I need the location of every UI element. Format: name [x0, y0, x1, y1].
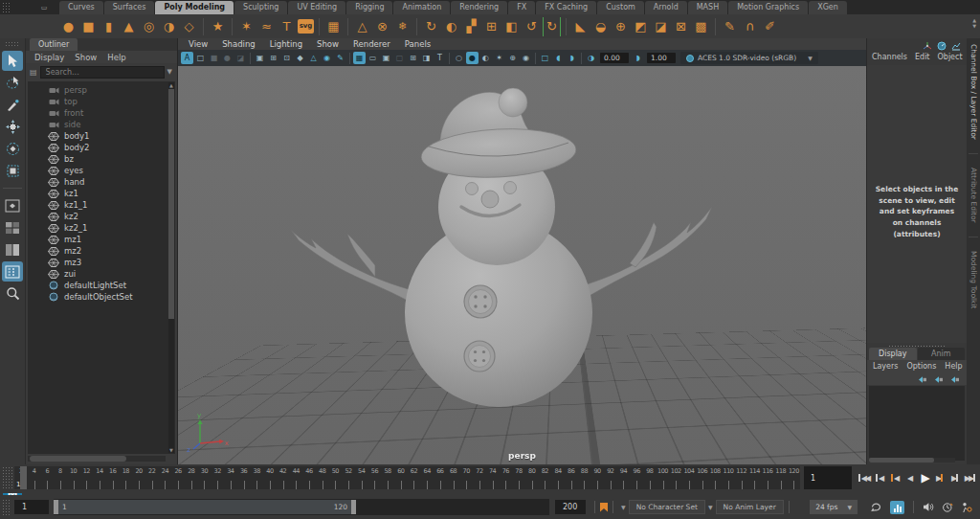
frame-tick-30[interactable]: 30	[198, 466, 212, 489]
step-forward-frame-button[interactable]: ▶	[947, 467, 963, 488]
chevron-down-icon[interactable]: ▼	[708, 504, 713, 510]
frame-tick-60[interactable]: 60	[394, 466, 408, 489]
shelf-tab-sculpting[interactable]: Sculpting	[234, 1, 287, 14]
gamma-field[interactable]: 1.00	[647, 53, 676, 63]
frame-tick-12[interactable]: 12	[79, 466, 93, 489]
single-pane-layout[interactable]	[2, 195, 23, 215]
bevel-icon[interactable]: ◣	[571, 17, 590, 36]
textured-icon[interactable]: ◐	[479, 52, 492, 64]
shelf-tab-custom[interactable]: Custom	[597, 1, 644, 14]
lasso-tool[interactable]	[2, 73, 23, 93]
shelf-tab-fx[interactable]: FX	[508, 1, 535, 14]
frame-tick-94[interactable]: 94	[617, 466, 631, 489]
gamma-icon[interactable]: ◗	[632, 52, 644, 64]
outliner-item-eyes[interactable]: eyes	[28, 165, 175, 176]
frame-tick-10[interactable]: 10	[67, 466, 80, 489]
anim-layer-dropdown[interactable]: No Anim Layer	[716, 500, 784, 514]
cached-playback-icon[interactable]	[942, 502, 953, 513]
shelf-tab-arnold[interactable]: Arnold	[645, 1, 687, 14]
safe-title-icon[interactable]: T	[434, 52, 446, 64]
frame-tick-16[interactable]: 16	[106, 466, 120, 489]
channel-box-menu-object[interactable]: Object	[938, 53, 963, 61]
camera-attributes-icon[interactable]: ▣	[254, 52, 266, 64]
frame-tick-18[interactable]: 18	[120, 466, 133, 489]
quick-draw-icon[interactable]: ✐	[761, 17, 779, 36]
filter-icon[interactable]: ▤	[28, 68, 37, 77]
frame-tick-64[interactable]: 64	[420, 466, 434, 489]
channel-box-menu-channels[interactable]: Channels	[872, 53, 907, 61]
outliner-item-zui[interactable]: zui	[28, 268, 175, 280]
frame-tick-92[interactable]: 92	[604, 466, 617, 489]
outliner-title-tab[interactable]: Outliner	[30, 38, 78, 51]
snowman-model[interactable]	[178, 66, 866, 464]
frame-tick-32[interactable]: 32	[211, 466, 224, 489]
frame-tick-86[interactable]: 86	[565, 466, 578, 489]
isolate-select-icon[interactable]: □	[539, 52, 551, 64]
frame-tick-68[interactable]: 68	[447, 466, 460, 489]
animation-end-field[interactable]: 200	[555, 500, 586, 514]
colorspace-dropdown[interactable]: ACES 1.0 SDR-video (sRGB)▼	[680, 52, 818, 64]
frame-tick-46[interactable]: 46	[302, 466, 316, 489]
frame-tick-48[interactable]: 48	[316, 466, 329, 489]
frame-tick-4[interactable]: 4	[28, 466, 41, 489]
frame-tick-112[interactable]: 112	[735, 466, 748, 489]
poly-cylinder-icon[interactable]: ▮	[100, 17, 118, 36]
viewport-menu-lighting[interactable]: Lighting	[270, 39, 302, 49]
outliner-item-kz1-1[interactable]: kz1_1	[28, 199, 175, 211]
smooth-icon[interactable]: ◒	[591, 17, 610, 36]
chevron-down-icon[interactable]: ▼	[621, 504, 626, 510]
shelf-tab-xgen[interactable]: XGen	[809, 1, 847, 14]
mute-speaker-icon[interactable]	[923, 502, 934, 512]
mirror-left-icon[interactable]: ↺	[523, 17, 541, 36]
shelf-collapse-icon[interactable]: ▭	[41, 4, 48, 11]
type-tool-icon[interactable]: T	[278, 17, 296, 36]
play-backwards-button[interactable]: ◀	[902, 467, 917, 488]
outliner-item-kz2-1[interactable]: kz2_1	[28, 222, 175, 234]
outliner-item-defaultlightset[interactable]: defaultLightSet	[28, 280, 175, 291]
poly-torus-icon[interactable]: ◎	[140, 17, 158, 36]
frame-tick-56[interactable]: 56	[368, 466, 382, 489]
resolution-gate-icon[interactable]: ▣	[380, 52, 392, 64]
modeling-toolkit-icon[interactable]: ▦	[324, 17, 343, 36]
frame-tick-58[interactable]: 58	[381, 466, 394, 489]
bookmark-icon[interactable]: ⊞	[267, 52, 279, 64]
reduce-icon[interactable]: ▩	[692, 17, 710, 36]
poly-plane-icon[interactable]: ◇	[180, 17, 198, 36]
pan-zoom-icon[interactable]: ◆	[294, 52, 306, 64]
edit-edge-flow-icon[interactable]: ∩	[741, 17, 759, 36]
frame-tick-22[interactable]: 22	[145, 466, 159, 489]
construction-plane-icon[interactable]: △	[353, 17, 371, 36]
frame-tick-40[interactable]: 40	[263, 466, 277, 489]
frame-tick-104[interactable]: 104	[682, 466, 696, 489]
grid-toggle[interactable]: ▦	[353, 52, 366, 64]
layer-editor-scrollbar[interactable]	[869, 458, 955, 463]
frame-all-icon[interactable]: ■	[208, 52, 220, 64]
sidebar-tab-modeling-toolkit[interactable]: Modeling Toolkit	[969, 251, 978, 308]
frame-tick-78[interactable]: 78	[512, 466, 525, 489]
image-plane-icon[interactable]: ⊡	[280, 52, 293, 64]
frame-tick-118[interactable]: 118	[774, 466, 788, 489]
outliner-search-input[interactable]	[40, 66, 165, 79]
go-to-start-button[interactable]: ◀◀	[856, 467, 871, 488]
outliner-item-persp[interactable]: persp	[28, 84, 175, 96]
frame-tick-20[interactable]: 20	[132, 466, 145, 489]
boolean-icon[interactable]: ◪	[652, 17, 670, 36]
sidebar-tab-attribute-editor[interactable]: Attribute Editor	[969, 168, 978, 223]
viewport-canvas[interactable]: y x z persp	[178, 66, 866, 464]
viewport-menu-show[interactable]: Show	[317, 39, 339, 49]
shelf-tab-animation[interactable]: Animation	[393, 1, 450, 14]
frame-ruler[interactable]: 2468101214161820222426283032343638404244…	[14, 466, 800, 489]
frame-tick-24[interactable]: 24	[159, 466, 172, 489]
outliner-item-top[interactable]: top	[28, 96, 175, 107]
range-end-handle[interactable]	[351, 500, 356, 514]
poly-pipe-icon[interactable]: ◑	[160, 17, 178, 36]
layer-tab-anim[interactable]: Anim	[918, 348, 966, 360]
spherize-icon[interactable]: ◐	[442, 17, 460, 36]
film-gate-icon[interactable]: ▭	[367, 52, 379, 64]
frame-tick-120[interactable]: 120	[788, 466, 800, 489]
sidebar-tab-channel-box-layer-editor[interactable]: Channel Box / Layer Editor	[969, 44, 978, 140]
frame-tick-26[interactable]: 26	[171, 466, 185, 489]
shelf-tab-poly-modeling[interactable]: Poly Modeling	[155, 1, 234, 14]
extrude-icon[interactable]: ⊕	[612, 17, 630, 36]
frame-tick-100[interactable]: 100	[657, 466, 670, 489]
